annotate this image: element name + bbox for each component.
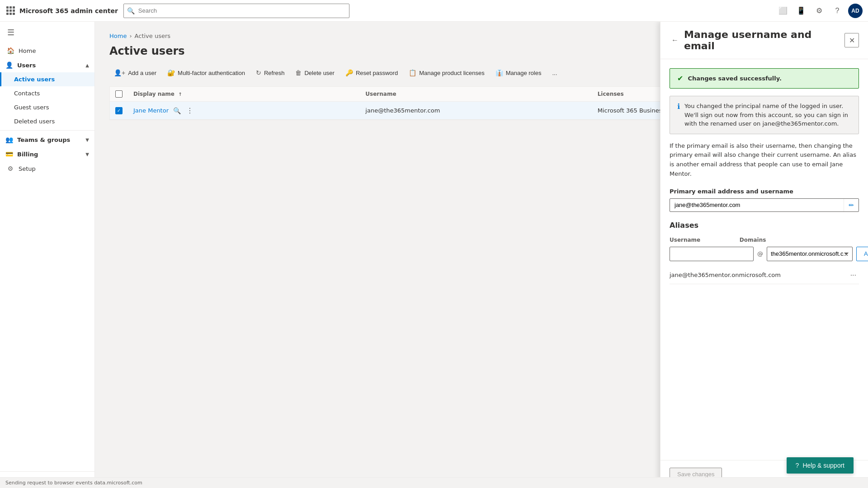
panel-title: Manage username and email	[684, 29, 844, 52]
select-all-checkbox[interactable]	[115, 90, 123, 98]
mfa-label: Multi-factor authentication	[178, 70, 245, 76]
success-banner: ✔ Changes saved successfully.	[670, 68, 859, 89]
sidebar-collapse-button[interactable]: ☰	[4, 25, 18, 40]
back-arrow-icon: ←	[671, 36, 679, 44]
primary-email-input[interactable]	[670, 199, 844, 211]
col-display-name: Display name ↑	[133, 91, 365, 97]
breadcrumb-home[interactable]: Home	[109, 33, 127, 39]
alias-at-symbol: @	[757, 250, 763, 257]
breadcrumb-separator: ›	[129, 33, 132, 39]
primary-email-label: Primary email address and username	[670, 188, 859, 195]
refresh-button[interactable]: ↻ Refresh	[251, 66, 289, 79]
sidebar-item-setup[interactable]: ⚙ Setup	[0, 161, 94, 176]
panel-body-text: If the primary email is also their usern…	[670, 141, 859, 179]
sidebar-item-home-label: Home	[19, 47, 36, 54]
delete-user-label: Delete user	[304, 70, 334, 76]
teams-icon: 👥	[5, 136, 13, 143]
info-banner: ℹ You changed the principal name of the …	[670, 96, 859, 134]
refresh-label: Refresh	[264, 70, 285, 76]
avatar-button[interactable]: AD	[848, 4, 863, 18]
users-chevron-icon: ▲	[85, 63, 89, 68]
panel-header: ← Manage username and email ✕	[660, 22, 868, 59]
sidebar-section-billing[interactable]: 💳 Billing ▼	[0, 147, 94, 161]
alias-input-row: @ the365mentor.onmicrosoft.c...the365men…	[670, 247, 859, 261]
billing-chevron-icon: ▼	[85, 152, 89, 157]
reset-password-button[interactable]: 🔑 Reset password	[341, 66, 402, 79]
user-name-link[interactable]: Jane Mentor	[133, 107, 169, 114]
home-icon: 🏠	[7, 47, 14, 54]
aliases-section-title: Aliases	[670, 221, 859, 230]
help-support-button[interactable]: ? Help & support	[787, 457, 854, 474]
breadcrumb-current: Active users	[135, 33, 170, 39]
add-user-button[interactable]: 👤+ Add a user	[109, 66, 161, 79]
domains-column-label: Domains	[740, 237, 828, 243]
add-user-label: Add a user	[128, 70, 156, 76]
licenses-icon: 📋	[409, 69, 416, 76]
sidebar-item-contacts-label: Contacts	[14, 90, 40, 97]
monitor-icon-button[interactable]: ⬜	[776, 4, 790, 18]
sidebar-section-teams-label: Teams & groups	[17, 136, 70, 143]
sidebar-section-users[interactable]: 👤 Users ▲	[0, 58, 94, 72]
manage-roles-button[interactable]: 👔 Manage roles	[491, 66, 546, 79]
search-icon: 🔍	[127, 7, 135, 14]
sidebar-item-deleted-users[interactable]: Deleted users	[0, 114, 94, 128]
checkbox-check-icon: ✓	[117, 108, 121, 113]
search-user-icon[interactable]: 🔍	[172, 106, 182, 115]
statusbar: Sending request to browser events data.m…	[0, 477, 868, 488]
sort-icon: ↑	[178, 92, 182, 97]
sidebar-item-contacts[interactable]: Contacts	[0, 86, 94, 100]
refresh-icon: ↻	[256, 69, 261, 76]
row-checkbox[interactable]: ✓	[115, 107, 123, 114]
panel-body: ✔ Changes saved successfully. ℹ You chan…	[660, 59, 868, 460]
waffle-menu-button[interactable]	[5, 5, 16, 16]
alias-username-input[interactable]	[670, 247, 754, 261]
col-username: Username	[365, 91, 597, 97]
username-column-label: Username	[670, 237, 729, 243]
info-icon: ℹ	[677, 102, 680, 111]
sidebar-divider-2	[0, 471, 94, 472]
success-message: Changes saved successfully.	[688, 75, 782, 82]
alias-email: jane@the365mentor.onmicrosoft.com	[670, 272, 848, 278]
topbar: Microsoft 365 admin center 🔍 ⬜ 📱 ⚙ ? AD	[0, 0, 868, 22]
sidebar-section-billing-label: Billing	[17, 151, 38, 158]
panel-back-button[interactable]: ←	[670, 34, 680, 46]
info-message: You changed the principal name of the lo…	[684, 102, 851, 128]
manage-licenses-button[interactable]: 📋 Manage product licenses	[404, 66, 489, 79]
sidebar-item-guest-users[interactable]: Guest users	[0, 100, 94, 114]
alias-more-button[interactable]: ···	[848, 270, 859, 280]
settings-icon-button[interactable]: ⚙	[812, 4, 826, 18]
mobile-icon-button[interactable]: 📱	[794, 4, 808, 18]
alias-column-labels: Username Domains	[670, 237, 859, 243]
search-bar: 🔍	[123, 4, 349, 18]
manage-roles-label: Manage roles	[506, 70, 542, 76]
help-icon-button[interactable]: ?	[830, 4, 844, 18]
billing-icon: 💳	[5, 150, 13, 158]
topbar-actions: ⬜ 📱 ⚙ ? AD	[776, 4, 863, 18]
mfa-icon: 🔐	[167, 69, 175, 76]
sidebar-section-users-label: Users	[17, 62, 36, 69]
delete-user-button[interactable]: 🗑 Delete user	[291, 66, 339, 79]
close-icon: ✕	[849, 36, 855, 45]
setup-icon: ⚙	[7, 165, 14, 172]
more-actions-button[interactable]: ...	[547, 67, 561, 79]
statusbar-text: Sending request to browser events data.m…	[5, 480, 142, 486]
row-more-icon[interactable]: ⋮	[185, 105, 194, 116]
mfa-button[interactable]: 🔐 Multi-factor authentication	[163, 66, 250, 79]
teams-chevron-icon: ▼	[85, 137, 89, 142]
sidebar-item-home[interactable]: 🏠 Home	[0, 43, 94, 58]
search-input[interactable]	[123, 4, 349, 18]
manage-licenses-label: Manage product licenses	[419, 70, 485, 76]
primary-email-field: ✏	[670, 198, 859, 212]
panel-close-button[interactable]: ✕	[844, 33, 859, 47]
sidebar-section-teams-groups[interactable]: 👥 Teams & groups ▼	[0, 132, 94, 147]
success-icon: ✔	[677, 74, 683, 83]
app-logo: Microsoft 365 admin center	[5, 5, 118, 16]
alias-add-button[interactable]: Add	[856, 247, 868, 261]
user-username: jane@the365mentor.com	[365, 107, 597, 114]
sidebar-item-deleted-users-label: Deleted users	[14, 118, 55, 125]
user-display-name: Jane Mentor 🔍 ⋮	[133, 105, 365, 116]
alias-domain-select[interactable]: the365mentor.onmicrosoft.c...the365mento…	[767, 247, 853, 261]
users-icon: 👤	[5, 61, 13, 69]
edit-email-icon[interactable]: ✏	[844, 199, 859, 211]
sidebar-item-active-users[interactable]: Active users	[0, 72, 94, 86]
